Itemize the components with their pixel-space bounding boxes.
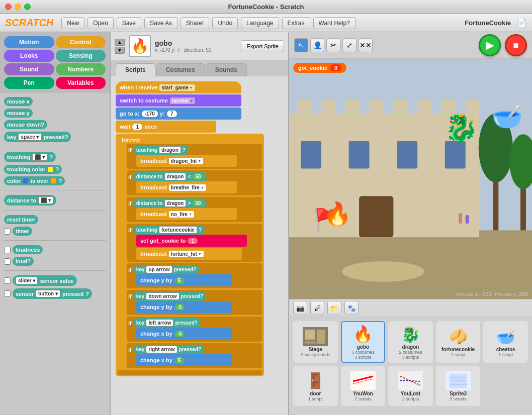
key-left[interactable]: left arrow: [146, 319, 173, 327]
save-button[interactable]: Save: [117, 17, 141, 29]
sensor-dropdown[interactable]: button ▾: [36, 290, 60, 297]
block-loud[interactable]: loud?: [13, 257, 34, 266]
key-up[interactable]: up arrow: [146, 266, 172, 273]
dist-who[interactable]: dragon: [164, 173, 187, 180]
category-pen[interactable]: Pen: [4, 77, 54, 89]
tab-costumes[interactable]: Costumes: [156, 63, 205, 76]
loud-checkbox[interactable]: [4, 258, 11, 265]
block-distance-to[interactable]: distance to ⬛ ▾: [4, 195, 56, 205]
block-wait[interactable]: wait 1 secs: [116, 121, 216, 133]
share-button[interactable]: Share!: [181, 17, 209, 29]
category-motion[interactable]: Motion: [4, 36, 54, 48]
loudness-checkbox[interactable]: [4, 247, 11, 253]
sprite-expand-btn[interactable]: ▲: [115, 39, 125, 46]
block-change-y-down[interactable]: change y by -5: [136, 301, 232, 313]
touching-dropdown[interactable]: ⬛ ▾: [32, 153, 47, 161]
color-swatch-2[interactable]: [50, 178, 56, 184]
set-var-val[interactable]: 1: [188, 238, 198, 244]
block-slider-sensor[interactable]: slider ▾ sensor value: [13, 275, 77, 286]
block-broadcast-dragon[interactable]: broadcast dragon_hit: [136, 155, 237, 167]
change-y-neg[interactable]: -5: [174, 304, 185, 310]
sprite-item-fortunecookie[interactable]: 🥠 fortunecookie 1 script: [436, 321, 481, 363]
block-mouse-down[interactable]: mouse down?: [4, 120, 47, 129]
block-change-x-left[interactable]: change x by -5: [136, 328, 232, 340]
account-icon[interactable]: 📄: [517, 18, 527, 28]
change-y-val[interactable]: 5: [174, 277, 185, 284]
export-sprite-button[interactable]: Export Sprite: [241, 40, 284, 52]
block-when-receive[interactable]: when I receive start_game: [116, 81, 241, 93]
category-looks[interactable]: Looks: [4, 50, 54, 62]
cond-key-up[interactable]: key up arrow pressed?: [133, 265, 199, 274]
block-loudness[interactable]: loudness: [13, 245, 43, 254]
sprite-item-door[interactable]: 🚪 door 1 script: [293, 366, 338, 406]
cond-key-down[interactable]: key down arrow pressed?: [133, 291, 206, 301]
cond-dist-lt[interactable]: distance to dragon < 50: [133, 172, 207, 181]
maximize-button[interactable]: [24, 4, 31, 10]
block-key-pressed[interactable]: key space ▾ pressed?: [4, 132, 71, 142]
stop-button[interactable]: ■: [505, 34, 527, 56]
costume-dropdown[interactable]: normal: [170, 97, 195, 104]
block-switch-costume[interactable]: switch to costume normal: [116, 94, 241, 107]
change-x-neg[interactable]: -5: [174, 331, 185, 337]
category-sound[interactable]: Sound: [4, 63, 54, 75]
sprite-collapse-btn[interactable]: ▼: [115, 47, 125, 54]
sprite-item-dragon[interactable]: 🐉 dragon 2 costumes3 scripts: [388, 321, 433, 363]
key-down[interactable]: down arrow: [146, 292, 179, 300]
block-broadcast-nofire[interactable]: broadcast no_fire: [136, 208, 237, 220]
camera-button[interactable]: 📷: [293, 301, 307, 315]
block-set-var[interactable]: set got_cookie to 1: [136, 235, 247, 247]
save-as-button[interactable]: Save As: [144, 17, 178, 29]
hat-dropdown[interactable]: start_game: [159, 84, 195, 91]
color-swatch-1[interactable]: [23, 178, 29, 184]
undo-button[interactable]: Undo: [212, 17, 238, 29]
paint-button[interactable]: 🖊: [310, 301, 324, 315]
extras-button[interactable]: Extras: [282, 17, 310, 29]
green-flag-button[interactable]: ▶: [479, 34, 501, 56]
block-sensor-button[interactable]: sensor button ▾ pressed ?: [13, 288, 92, 299]
key-dropdown[interactable]: space ▾: [18, 133, 41, 141]
tool-stamp[interactable]: 👤: [310, 38, 324, 52]
window-controls[interactable]: [5, 4, 31, 10]
sprite-item-stage[interactable]: Stage 2 backgrounds: [293, 321, 338, 363]
block-mouse-y[interactable]: mouse y: [4, 109, 33, 118]
broadcast-val[interactable]: dragon_hit: [169, 158, 204, 164]
dist-who-2[interactable]: dragon: [164, 199, 187, 207]
sprite-item-cheetos[interactable]: 🥣 cheetos 1 script: [483, 321, 528, 363]
wait-val[interactable]: 1: [132, 124, 142, 130]
touching-who[interactable]: dragon: [159, 146, 181, 154]
scripts-area[interactable]: when I receive start_game switch to cost…: [111, 76, 288, 415]
block-timer[interactable]: timer: [13, 227, 32, 236]
tool-grow[interactable]: ⤢: [342, 38, 357, 52]
tool-cursor[interactable]: ↖: [294, 38, 308, 52]
category-control[interactable]: Control: [56, 36, 106, 48]
tab-sounds[interactable]: Sounds: [206, 63, 247, 76]
tool-cut[interactable]: ✂: [326, 38, 340, 52]
category-sensing[interactable]: Sensing: [56, 50, 106, 62]
block-goto[interactable]: go to x: -170 y: 7: [116, 108, 241, 120]
slider-checkbox[interactable]: [4, 277, 11, 284]
help-button[interactable]: Want Help?: [313, 17, 356, 29]
sprite-item-sprite3[interactable]: Sprite3 3 scripts: [436, 366, 481, 406]
category-numbers[interactable]: Numbers: [56, 63, 106, 75]
tab-scripts[interactable]: Scripts: [116, 63, 155, 76]
sprite-item-youwon[interactable]: YouWon 2 scripts: [341, 366, 386, 406]
key-right[interactable]: right arrow: [146, 346, 177, 353]
broadcast-val-3[interactable]: no_fire: [169, 211, 194, 218]
color-swatch[interactable]: [47, 166, 53, 172]
block-touching-color[interactable]: touching color ?: [4, 165, 62, 174]
folder-button[interactable]: 📁: [327, 301, 341, 315]
tool-shrink[interactable]: ✕✕: [359, 38, 373, 52]
cond-touching-cookie[interactable]: touching fortunecookie ?: [133, 225, 205, 235]
sprite-item-gobo[interactable]: 🔥 gobo 5 costumes3 scripts: [341, 321, 386, 363]
cond-key-right[interactable]: key right arrow pressed?: [133, 345, 204, 354]
sprite-item-youlost[interactable]: YouLost 2 scripts: [388, 366, 433, 406]
category-variables[interactable]: Variables: [56, 77, 106, 89]
distance-dropdown[interactable]: ⬛ ▾: [38, 196, 53, 204]
dist-val-2[interactable]: 50: [192, 200, 204, 206]
goto-y[interactable]: 7: [167, 111, 177, 117]
dist-val[interactable]: 50: [192, 173, 204, 180]
cond-dist-gt[interactable]: distance to dragon > 50: [133, 198, 207, 208]
block-mouse-x[interactable]: mouse x: [4, 97, 33, 106]
timer-checkbox[interactable]: [4, 228, 11, 235]
cond-touching[interactable]: touching dragon ?: [133, 145, 189, 155]
